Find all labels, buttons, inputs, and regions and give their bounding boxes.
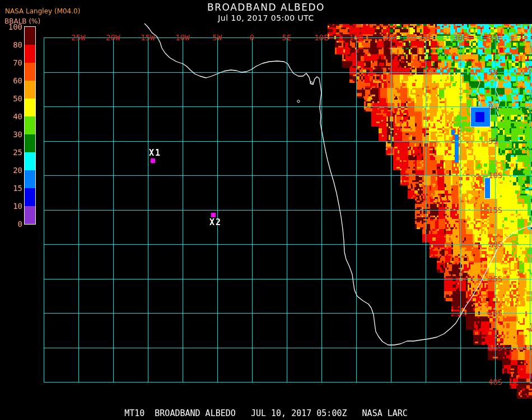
lon-grid-label: 20E — [384, 34, 398, 41]
lon-grid-label: 5W — [213, 34, 222, 41]
lat-grid-label: 40S — [488, 378, 502, 386]
colorbar-segment — [25, 27, 35, 45]
colorbar-tick-label: 70 — [1, 58, 22, 67]
lon-grid-label: 5E — [282, 34, 292, 41]
agency-label: NASA Langley (M04.0) — [5, 7, 80, 15]
lat-grid-label: 5N — [488, 68, 498, 76]
lon-grid-label: 25E — [418, 34, 432, 41]
colorbar-segment — [25, 116, 35, 134]
colorbar-tick-label: 80 — [1, 40, 22, 49]
lat-grid-label: 10S — [488, 171, 502, 179]
colorbar-tick-label: 60 — [1, 76, 22, 85]
lat-grid-label: 30S — [488, 309, 502, 317]
lat-grid-label: 15S — [488, 206, 502, 214]
lon-grid-label: 10W — [175, 34, 189, 41]
map-marker-point — [211, 213, 216, 217]
colorbar-tick-label: 15 — [1, 184, 22, 193]
albedo-product-view: BROADBAND ALBEDO Jul 10, 2017 05:00 UTC … — [0, 0, 532, 420]
colorbar-segment — [25, 170, 35, 188]
map-marker-label: X2 — [209, 218, 222, 227]
colorbar-segment — [25, 81, 35, 99]
colorbar-tick-label: 20 — [1, 166, 22, 175]
lon-grid-label: 15E — [349, 34, 363, 41]
colorbar-tick-label: 30 — [1, 130, 22, 139]
map-marker-label: X1 — [149, 149, 161, 157]
lat-grid-label: 35S — [488, 344, 502, 352]
colorbar-segment — [25, 152, 35, 170]
colorbar-segment — [25, 206, 35, 224]
lat-grid-label: 25S — [488, 275, 502, 283]
colorbar-tick-label: 40 — [1, 112, 22, 121]
lon-grid-label: 25W — [71, 34, 85, 41]
colorbar-segment — [25, 99, 35, 116]
lat-grid-label: 5S — [488, 137, 498, 145]
colorbar-segment — [25, 134, 35, 152]
colorbar-tick-label: 25 — [1, 148, 22, 157]
lat-grid-label: 20S — [488, 240, 502, 248]
colorbar — [24, 26, 36, 225]
colorbar-segment — [25, 45, 35, 63]
albedo-map-canvas — [0, 0, 532, 420]
lat-grid-label: 0 — [488, 102, 493, 110]
colorbar-tick-label: 0 — [1, 220, 22, 228]
colorbar-tick-label: 50 — [1, 94, 22, 103]
colorbar-segment — [25, 63, 35, 81]
colorbar-tick-label: 10 — [1, 202, 22, 211]
lon-grid-label: 35E — [488, 34, 502, 41]
lon-grid-label: 20W — [106, 34, 120, 41]
colorbar-title: BBALB (%) — [4, 17, 40, 25]
footer-status-text: MT10 BROADBAND ALBEDO JUL 10, 2017 05:00… — [0, 408, 532, 418]
lon-grid-label: 0 — [250, 34, 254, 41]
map-marker-point — [151, 158, 155, 163]
lon-grid-label: 10E — [314, 34, 328, 41]
lon-grid-label: 30E — [453, 34, 467, 41]
colorbar-segment — [25, 188, 35, 206]
lon-grid-label: 15W — [141, 34, 155, 41]
